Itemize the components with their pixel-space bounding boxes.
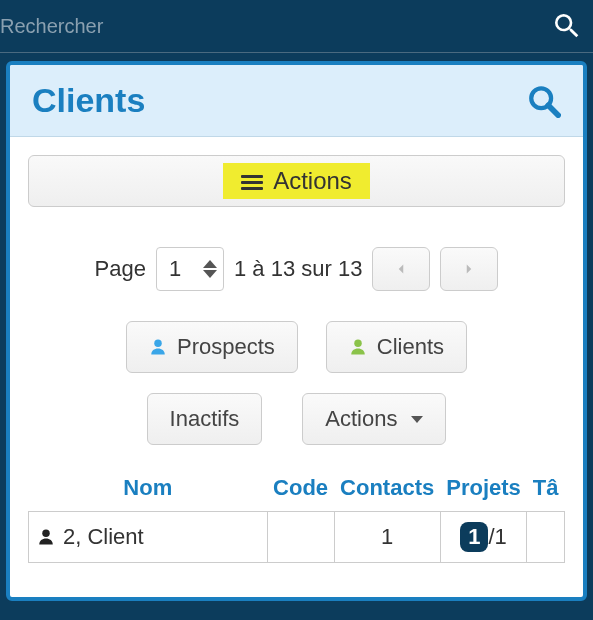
filter-row-1: Prospects Clients bbox=[28, 321, 565, 373]
table-row[interactable]: 2, Client 1 1/1 bbox=[29, 512, 565, 563]
arrow-left-icon bbox=[392, 260, 410, 278]
clients-panel: Clients Actions Page 1 1 à bbox=[6, 61, 587, 601]
col-code[interactable]: Code bbox=[267, 465, 334, 512]
inactifs-button[interactable]: Inactifs bbox=[147, 393, 263, 445]
global-search-input[interactable] bbox=[0, 15, 551, 38]
panel-header: Clients bbox=[10, 65, 583, 137]
prospects-button[interactable]: Prospects bbox=[126, 321, 298, 373]
chevron-down-icon[interactable] bbox=[203, 270, 217, 278]
panel-title: Clients bbox=[32, 81, 145, 120]
svg-point-4 bbox=[42, 530, 50, 538]
cell-contacts: 1 bbox=[334, 512, 440, 563]
person-icon bbox=[149, 337, 167, 357]
top-search-bar bbox=[0, 0, 593, 53]
person-icon bbox=[349, 337, 367, 357]
svg-point-2 bbox=[154, 340, 162, 348]
page-label: Page bbox=[95, 256, 146, 282]
col-nom[interactable]: Nom bbox=[29, 465, 268, 512]
panel-body: Actions Page 1 1 à 13 sur 13 bbox=[10, 137, 583, 581]
prev-page-button[interactable] bbox=[372, 247, 430, 291]
clients-filter-label: Clients bbox=[377, 334, 444, 360]
search-icon[interactable] bbox=[551, 10, 583, 42]
hamburger-icon bbox=[241, 172, 263, 190]
actions-dropdown-label: Actions bbox=[325, 406, 397, 432]
projects-active-badge: 1 bbox=[460, 522, 488, 552]
clients-button[interactable]: Clients bbox=[326, 321, 467, 373]
caret-down-icon bbox=[411, 416, 423, 423]
pagination-row: Page 1 1 à 13 sur 13 bbox=[28, 247, 565, 291]
inactifs-label: Inactifs bbox=[170, 406, 240, 432]
actions-highlight: Actions bbox=[223, 163, 370, 199]
prospects-label: Prospects bbox=[177, 334, 275, 360]
page-spinner bbox=[203, 260, 217, 278]
cell-projets: 1/1 bbox=[440, 512, 527, 563]
filter-row-2: Inactifs Actions bbox=[28, 393, 565, 445]
arrow-right-icon bbox=[460, 260, 478, 278]
client-name: 2, Client bbox=[63, 524, 144, 550]
actions-dropdown-button[interactable]: Actions bbox=[302, 393, 446, 445]
next-page-button[interactable] bbox=[440, 247, 498, 291]
cell-taches bbox=[527, 512, 565, 563]
col-projets[interactable]: Projets bbox=[440, 465, 527, 512]
clients-table: Nom Code Contacts Projets Tâ 2, Client bbox=[28, 465, 565, 563]
col-contacts[interactable]: Contacts bbox=[334, 465, 440, 512]
projects-total: /1 bbox=[488, 524, 506, 549]
chevron-up-icon[interactable] bbox=[203, 260, 217, 268]
cell-code bbox=[267, 512, 334, 563]
cell-nom: 2, Client bbox=[29, 512, 268, 563]
page-range-text: 1 à 13 sur 13 bbox=[234, 256, 362, 282]
svg-point-3 bbox=[354, 340, 362, 348]
svg-line-1 bbox=[548, 105, 558, 115]
page-value: 1 bbox=[169, 256, 181, 282]
actions-bar-label: Actions bbox=[273, 167, 352, 195]
table-header-row: Nom Code Contacts Projets Tâ bbox=[29, 465, 565, 512]
actions-bar-button[interactable]: Actions bbox=[28, 155, 565, 207]
page-number-input[interactable]: 1 bbox=[156, 247, 224, 291]
person-icon bbox=[37, 528, 55, 546]
col-taches[interactable]: Tâ bbox=[527, 465, 565, 512]
search-icon[interactable] bbox=[527, 84, 561, 118]
